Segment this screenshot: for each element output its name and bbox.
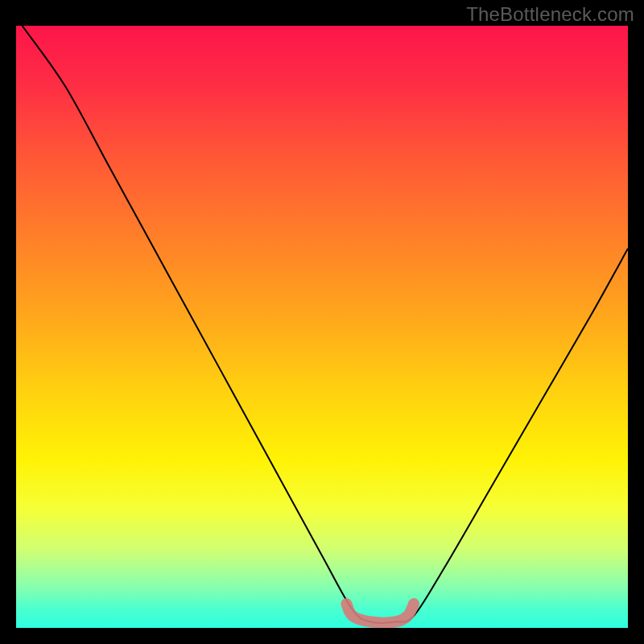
plot-area: [16, 26, 628, 628]
watermark-label: TheBottleneck.com: [466, 3, 634, 26]
chart-frame: TheBottleneck.com: [0, 0, 644, 644]
chart-svg: [16, 26, 628, 628]
flat-bottom-marker: [346, 604, 414, 622]
bottleneck-curve-line: [23, 26, 628, 623]
